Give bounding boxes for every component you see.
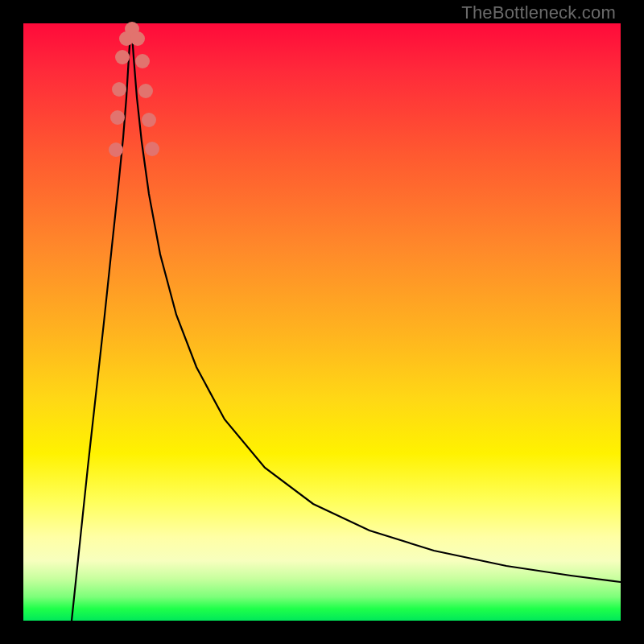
- cluster-point: [145, 142, 159, 156]
- cluster-point: [112, 82, 126, 97]
- plot-frame: [23, 23, 621, 621]
- bottleneck-curve-right: [131, 23, 621, 582]
- cluster-point: [130, 31, 145, 46]
- watermark-label: TheBottleneck.com: [461, 2, 616, 23]
- cluster-point: [115, 50, 130, 64]
- cluster-point: [142, 113, 156, 127]
- cluster-point: [109, 142, 123, 157]
- cluster-points: [109, 22, 159, 157]
- cluster-point: [138, 84, 153, 98]
- cluster-point: [110, 110, 125, 125]
- chart-svg: [23, 23, 621, 621]
- cluster-point: [135, 54, 150, 68]
